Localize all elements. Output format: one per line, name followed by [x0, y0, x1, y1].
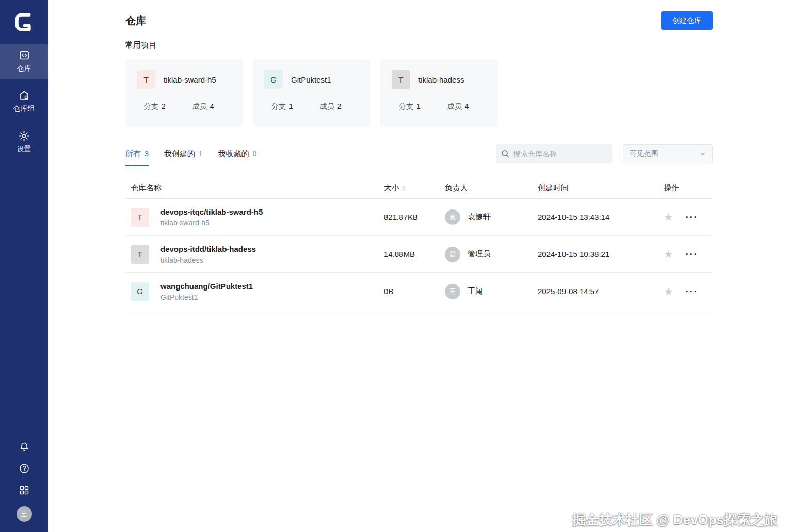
repo-subtitle: tiklab-hadess — [160, 256, 256, 264]
col-actions: 操作 — [658, 183, 713, 193]
project-name: GitPuktest1 — [291, 75, 331, 84]
repo-subtitle: GitPuktest1 — [160, 293, 253, 301]
member-stat: 成员4 — [447, 102, 469, 111]
more-actions-icon[interactable]: ··· — [686, 287, 698, 296]
project-card[interactable]: G GitPuktest1 分支1 成员2 — [253, 59, 370, 127]
col-created: 创建时间 — [533, 183, 658, 193]
sort-icon[interactable]: ▲ ▼ — [402, 185, 406, 191]
repo-subtitle: tiklab-sward-h5 — [160, 219, 263, 227]
owner-avatar: 袁 — [445, 209, 460, 225]
owner-avatar: 管 — [445, 247, 460, 262]
project-name: tiklab-hadess — [418, 75, 464, 84]
sidebar-item-settings[interactable]: 设置 — [0, 125, 48, 160]
table-row[interactable]: T devops-itqc/tiklab-sward-h5 tiklab-swa… — [125, 199, 713, 236]
tabs-and-filters: 所有 3 我创建的 1 我收藏的 0 — [125, 144, 713, 166]
logo-icon — [13, 11, 35, 33]
sidebar-item-label: 仓库 — [17, 64, 31, 73]
star-icon[interactable]: ★ — [664, 212, 673, 222]
common-projects-cards: T tiklab-sward-h5 分支2 成员4 G GitPuktest1 … — [125, 59, 713, 127]
app-root: 仓库 仓库组 — [0, 0, 790, 532]
owner-name: 袁婕轩 — [467, 212, 491, 222]
repo-created-time: 2024-10-15 10:38:21 — [533, 250, 658, 259]
owner-name: 管理员 — [467, 249, 491, 259]
table-row[interactable]: T devops-itdd/tiklab-hadess tiklab-hades… — [125, 236, 713, 273]
common-projects-title: 常用项目 — [125, 40, 713, 50]
project-name: tiklab-sward-h5 — [164, 75, 216, 84]
search-input[interactable] — [513, 150, 607, 158]
apps-grid-icon[interactable] — [19, 485, 30, 496]
main-area: 仓库 创建仓库 常用项目 T tiklab-sward-h5 分支2 成员4 — [48, 0, 790, 532]
topbar: 仓库 创建仓库 — [125, 0, 713, 30]
project-initial-icon: T — [392, 70, 410, 89]
more-actions-icon[interactable]: ··· — [686, 213, 698, 222]
tab-all[interactable]: 所有 3 — [125, 149, 149, 166]
repo-name-link[interactable]: devops-itqc/tiklab-sward-h5 — [160, 207, 263, 216]
col-repo-name: 仓库名称 — [125, 183, 379, 193]
help-icon[interactable] — [19, 463, 30, 474]
sidebar: 仓库 仓库组 — [0, 0, 48, 532]
repo-icon — [19, 50, 30, 61]
visibility-scope-select[interactable]: 可见范围 — [623, 144, 713, 163]
owner-name: 王闯 — [467, 286, 483, 296]
chevron-down-icon — [700, 151, 706, 157]
sidebar-item-repo-groups[interactable]: 仓库组 — [0, 85, 48, 120]
repo-size: 0B — [379, 287, 440, 296]
repo-name-link[interactable]: wangchuang/GitPuktest1 — [160, 282, 253, 291]
gear-icon — [19, 130, 30, 141]
col-size: 大小 ▲ ▼ — [379, 183, 440, 193]
create-repo-button[interactable]: 创建仓库 — [661, 11, 713, 30]
sidebar-nav: 仓库 仓库组 — [0, 44, 48, 160]
repo-name-link[interactable]: devops-itdd/tiklab-hadess — [160, 245, 256, 253]
tab-starred-by-me[interactable]: 我收藏的 0 — [218, 149, 257, 166]
table-header: 仓库名称 大小 ▲ ▼ 负责人 创建时间 操作 — [125, 178, 713, 199]
tab-created-by-me[interactable]: 我创建的 1 — [164, 149, 203, 166]
repo-size: 821.87KB — [379, 213, 440, 221]
star-icon[interactable]: ★ — [664, 286, 673, 297]
search-box — [496, 144, 612, 163]
repo-created-time: 2024-10-15 13:43:14 — [533, 213, 658, 221]
repo-table: 仓库名称 大小 ▲ ▼ 负责人 创建时间 操作 T — [125, 178, 713, 310]
repo-group-icon — [19, 90, 30, 101]
user-avatar[interactable]: 王 — [17, 506, 32, 522]
branch-stat: 分支1 — [399, 102, 421, 111]
search-icon — [501, 150, 509, 158]
bell-icon[interactable] — [19, 441, 30, 453]
app-logo[interactable] — [0, 0, 48, 44]
sidebar-bottom: 王 — [17, 441, 32, 532]
branch-stat: 分支2 — [144, 102, 166, 111]
more-actions-icon[interactable]: ··· — [686, 250, 698, 259]
col-owner: 负责人 — [440, 183, 533, 193]
member-stat: 成员4 — [192, 102, 214, 111]
repo-initial-icon: T — [131, 208, 149, 227]
project-initial-icon: T — [137, 70, 155, 89]
project-card[interactable]: T tiklab-hadess 分支1 成员4 — [380, 59, 498, 127]
repo-size: 14.88MB — [379, 250, 440, 259]
owner-avatar: 王 — [445, 284, 460, 299]
project-card[interactable]: T tiklab-sward-h5 分支2 成员4 — [125, 59, 243, 127]
project-initial-icon: G — [264, 70, 283, 89]
sidebar-item-label: 仓库组 — [13, 104, 35, 114]
table-row[interactable]: G wangchuang/GitPuktest1 GitPuktest1 0B … — [125, 273, 713, 310]
filters: 可见范围 — [496, 144, 713, 163]
repo-initial-icon: T — [131, 245, 149, 264]
tabs: 所有 3 我创建的 1 我收藏的 0 — [125, 149, 256, 166]
repo-initial-icon: G — [131, 282, 149, 301]
branch-stat: 分支1 — [271, 102, 293, 111]
sidebar-item-label: 设置 — [17, 144, 31, 154]
star-icon[interactable]: ★ — [664, 249, 673, 260]
repo-created-time: 2025-09-08 14:57 — [533, 287, 658, 296]
member-stat: 成员2 — [320, 102, 342, 111]
sidebar-item-repos[interactable]: 仓库 — [0, 44, 48, 79]
page-title: 仓库 — [125, 14, 146, 28]
